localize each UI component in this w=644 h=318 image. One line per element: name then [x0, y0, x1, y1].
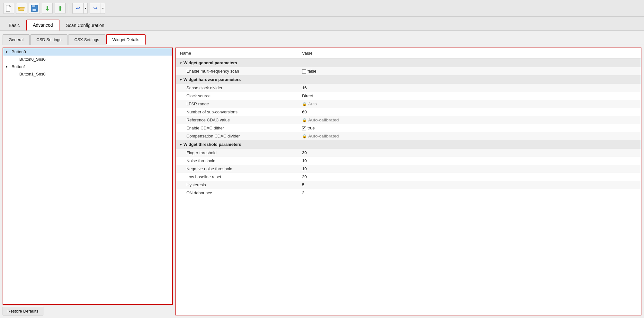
redo-button[interactable]: ↪	[90, 3, 101, 14]
right-panel: Name Value ▾Widget general parameters En…	[175, 48, 641, 315]
svg-rect-6	[32, 9, 36, 11]
svg-rect-5	[32, 5, 35, 7]
col-header-name: Name	[176, 48, 298, 58]
section-title: Widget general parameters	[183, 60, 237, 65]
prop-value-cell[interactable]: 10	[298, 157, 641, 165]
prop-value-cell[interactable]: 30	[298, 173, 641, 181]
tree-label-button1: Button1	[12, 64, 26, 69]
prop-value: 10	[302, 158, 307, 163]
table-row[interactable]: Enable CDAC dither true	[176, 124, 641, 132]
tree-item-button0[interactable]: ▾ Button0	[3, 48, 172, 56]
tab-basic[interactable]: Basic	[3, 20, 26, 31]
table-row[interactable]: LFSR range 🔒Auto	[176, 100, 641, 108]
undo-dropdown[interactable]: ▾	[83, 3, 88, 14]
prop-value-cell[interactable]: false	[298, 67, 641, 75]
table-row[interactable]: Hysteresis 5	[176, 181, 641, 189]
table-row[interactable]: Enable multi-frequency scan false	[176, 67, 641, 75]
section-row[interactable]: ▾Widget general parameters	[176, 58, 641, 67]
prop-value-cell[interactable]: 10	[298, 165, 641, 173]
section-row[interactable]: ▾Widget hardware parameters	[176, 75, 641, 84]
prop-value-cell[interactable]: 60	[298, 108, 641, 116]
prop-value: Auto	[308, 102, 317, 106]
undo-split-button: ↩ ▾	[72, 3, 88, 14]
restore-defaults-button[interactable]: Restore Defaults	[3, 307, 43, 315]
table-row[interactable]: ON debounce 3	[176, 189, 641, 197]
prop-value: 3	[302, 190, 304, 195]
prop-value-cell[interactable]: true	[298, 124, 641, 132]
tree-item-button1-sns0[interactable]: ▸ Button1_Sns0	[3, 70, 172, 78]
prop-value-cell[interactable]: 20	[298, 149, 641, 157]
undo-button[interactable]: ↩	[72, 3, 83, 14]
tree-item-button1[interactable]: ▾ Button1	[3, 63, 172, 70]
prop-value-cell[interactable]: 16	[298, 84, 641, 92]
tab-advanced[interactable]: Advanced	[26, 20, 59, 31]
table-row[interactable]: Low baseline reset 30	[176, 173, 641, 181]
prop-value: 60	[302, 110, 307, 114]
section-title: Widget hardware parameters	[183, 77, 241, 82]
redo-split-button: ↪ ▾	[90, 3, 105, 14]
tab-csx-settings[interactable]: CSX Settings	[68, 34, 105, 45]
open-button[interactable]	[16, 3, 27, 14]
prop-name: Clock source	[176, 92, 298, 100]
prop-name: Negative noise threshold	[176, 165, 298, 173]
upload-button[interactable]: ⬆	[55, 3, 66, 14]
section-arrow: ▾	[180, 143, 182, 146]
checkbox-checked[interactable]	[302, 126, 306, 130]
svg-rect-3	[18, 7, 20, 9]
tab-csd-settings[interactable]: CSD Settings	[30, 34, 67, 45]
main-content: ▾ Button0 ▸ Button0_Sns0 ▾ Button1 ▸ But…	[0, 45, 644, 318]
prop-name: Reference CDAC value	[176, 116, 298, 124]
prop-value: false	[308, 69, 316, 74]
lock-icon: 🔒	[302, 102, 307, 106]
new-file-button[interactable]	[3, 3, 14, 14]
table-row[interactable]: Sense clock divider 16	[176, 84, 641, 92]
table-row[interactable]: Noise threshold 10	[176, 157, 641, 165]
properties-table: Name Value ▾Widget general parameters En…	[176, 48, 641, 197]
prop-value: Auto-calibrated	[308, 134, 339, 138]
widget-tree[interactable]: ▾ Button0 ▸ Button0_Sns0 ▾ Button1 ▸ But…	[3, 48, 173, 305]
tree-item-button0-sns0[interactable]: ▸ Button0_Sns0	[3, 56, 172, 63]
prop-value: 20	[302, 150, 307, 155]
table-row[interactable]: Finger threshold 20	[176, 149, 641, 157]
section-row[interactable]: ▾Widget threshold parameters	[176, 140, 641, 149]
prop-name: Finger threshold	[176, 149, 298, 157]
tab-scan-configuration[interactable]: Scan Configuration	[60, 20, 111, 31]
redo-dropdown[interactable]: ▾	[101, 3, 105, 14]
prop-value: 30	[302, 174, 307, 179]
tree-label-button1-sns0: Button1_Sns0	[19, 72, 46, 76]
prop-value-cell[interactable]: 🔒Auto-calibrated	[298, 116, 641, 124]
lock-icon: 🔒	[302, 118, 307, 122]
prop-name: Noise threshold	[176, 157, 298, 165]
table-row[interactable]: Negative noise threshold 10	[176, 165, 641, 173]
prop-name: ON debounce	[176, 189, 298, 197]
tab-general[interactable]: General	[3, 34, 30, 45]
prop-value-cell[interactable]: 🔒Auto-calibrated	[298, 132, 641, 140]
prop-name: Low baseline reset	[176, 173, 298, 181]
prop-value: 10	[302, 166, 307, 171]
table-row[interactable]: Compensation CDAC divider 🔒Auto-calibrat…	[176, 132, 641, 140]
section-arrow: ▾	[180, 61, 182, 65]
table-row[interactable]: Number of sub-conversions 60	[176, 108, 641, 116]
prop-name: Enable CDAC dither	[176, 124, 298, 132]
prop-value: 16	[302, 85, 307, 90]
top-tab-bar: Basic Advanced Scan Configuration	[0, 17, 644, 31]
left-panel: ▾ Button0 ▸ Button0_Sns0 ▾ Button1 ▸ But…	[3, 48, 173, 315]
prop-name: LFSR range	[176, 100, 298, 108]
prop-value-cell[interactable]: Direct	[298, 92, 641, 100]
table-row[interactable]: Reference CDAC value 🔒Auto-calibrated	[176, 116, 641, 124]
prop-name: Number of sub-conversions	[176, 108, 298, 116]
prop-name: Compensation CDAC divider	[176, 132, 298, 140]
table-row[interactable]: Clock source Direct	[176, 92, 641, 100]
checkbox-unchecked[interactable]	[302, 69, 306, 74]
tab-widget-details[interactable]: Widget Details	[106, 34, 146, 45]
tree-label-button0-sns0: Button0_Sns0	[19, 57, 46, 62]
prop-value: 5	[302, 182, 304, 187]
download-button[interactable]: ⬇	[42, 3, 53, 14]
save-button[interactable]	[29, 3, 40, 14]
prop-value-cell[interactable]: 3	[298, 189, 641, 197]
prop-value-cell[interactable]: 5	[298, 181, 641, 189]
prop-name: Enable multi-frequency scan	[176, 67, 298, 75]
sub-tab-bar: General CSD Settings CSX Settings Widget…	[0, 31, 644, 45]
prop-value-cell[interactable]: 🔒Auto	[298, 100, 641, 108]
tree-arrow-button1: ▾	[6, 65, 10, 68]
